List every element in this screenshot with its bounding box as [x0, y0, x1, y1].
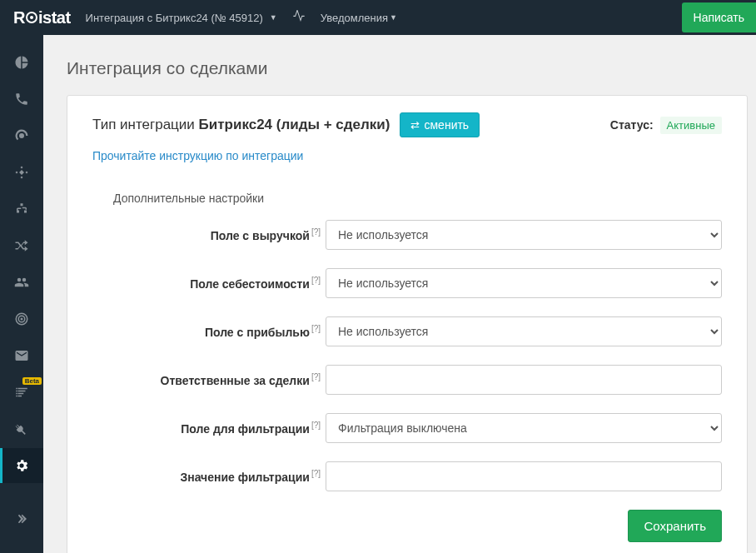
- row-responsible: Ответственные за сделки[?]: [92, 365, 722, 395]
- label-cost: Поле себестоимости[?]: [92, 276, 326, 291]
- sidebar-item-dashboard[interactable]: [0, 118, 43, 153]
- status-block: Статус: Активные: [610, 117, 722, 134]
- label-filter-value: Значение фильтрации[?]: [92, 469, 326, 484]
- sidebar-item-shuffle[interactable]: [0, 228, 43, 263]
- chevron-down-icon: ▼: [270, 13, 277, 22]
- row-filter-value: Значение фильтрации[?]: [92, 461, 722, 491]
- sidebar-item-cohort[interactable]: Beta: [0, 375, 43, 410]
- instruction-link[interactable]: Прочитайте инструкцию по интеграции: [92, 149, 303, 162]
- project-label: Интеграция с Битрикс24 (№ 45912): [86, 12, 263, 24]
- help-icon[interactable]: [?]: [311, 276, 321, 285]
- sidebar-item-settings[interactable]: [0, 448, 43, 483]
- logo-text-pre: R: [13, 8, 25, 27]
- change-button[interactable]: ⇄ сменить: [400, 112, 480, 137]
- sidebar-item-mail[interactable]: [0, 338, 43, 373]
- main-content: Интеграция со сделками Тип интеграции Би…: [43, 35, 756, 553]
- sidebar-item-calls[interactable]: [0, 82, 43, 117]
- top-header: R istat Интеграция с Битрикс24 (№ 45912)…: [0, 0, 756, 35]
- sidebar-item-plugin[interactable]: [0, 411, 43, 446]
- help-icon[interactable]: [?]: [311, 324, 321, 333]
- save-button[interactable]: Сохранить: [628, 510, 722, 542]
- row-profit: Поле с прибылью[?] Не используется: [92, 316, 722, 346]
- logo[interactable]: R istat: [13, 8, 71, 27]
- help-icon[interactable]: [?]: [311, 421, 321, 430]
- write-button[interactable]: Написать: [682, 2, 756, 32]
- select-cost[interactable]: Не используется: [326, 268, 722, 298]
- help-icon[interactable]: [?]: [311, 227, 321, 237]
- sidebar-item-sitemap[interactable]: [0, 192, 43, 227]
- project-selector[interactable]: Интеграция с Битрикс24 (№ 45912) ▼: [86, 12, 277, 24]
- select-filter-field[interactable]: Фильтрация выключена: [326, 413, 722, 443]
- page-title: Интеграция со сделками: [67, 58, 748, 78]
- sidebar-item-users[interactable]: [0, 265, 43, 300]
- sidebar-item-analytics[interactable]: [0, 45, 43, 80]
- form-actions: Сохранить: [92, 510, 722, 542]
- row-revenue: Поле с выручкой[?] Не используется: [92, 220, 722, 250]
- input-filter-value[interactable]: [326, 461, 722, 491]
- label-revenue: Поле с выручкой[?]: [92, 227, 326, 242]
- change-button-label: сменить: [424, 118, 469, 132]
- label-responsible: Ответственные за сделки[?]: [92, 372, 326, 387]
- panel-header: Тип интеграции Битрикс24 (лиды + сделки)…: [92, 112, 722, 137]
- integration-type: Тип интеграции Битрикс24 (лиды + сделки): [92, 117, 390, 133]
- logo-text-post: istat: [38, 8, 71, 27]
- status-badge: Активные: [660, 117, 722, 134]
- section-title: Дополнительные настройки: [113, 192, 722, 205]
- notifications-label: Уведомления: [321, 12, 388, 24]
- left-sidebar: Beta: [0, 35, 43, 553]
- integration-type-name: Битрикс24 (лиды + сделки): [199, 117, 390, 132]
- row-filter-field: Поле для фильтрации[?] Фильтрация выключ…: [92, 413, 722, 443]
- row-cost: Поле себестоимости[?] Не используется: [92, 268, 722, 298]
- logo-ring-icon: [26, 12, 37, 23]
- heartbeat-icon[interactable]: [292, 10, 306, 26]
- help-icon[interactable]: [?]: [311, 372, 321, 381]
- notifications-dropdown[interactable]: Уведомления ▼: [321, 12, 397, 24]
- beta-badge: Beta: [22, 377, 42, 385]
- label-filter-field: Поле для фильтрации[?]: [92, 421, 326, 436]
- status-label: Статус:: [610, 118, 654, 132]
- sidebar-item-target[interactable]: [0, 155, 43, 190]
- swap-icon: ⇄: [410, 119, 420, 132]
- integration-type-prefix: Тип интеграции: [92, 117, 199, 132]
- select-revenue[interactable]: Не используется: [326, 220, 722, 250]
- sidebar-item-bullseye[interactable]: [0, 301, 43, 336]
- help-icon[interactable]: [?]: [311, 469, 321, 478]
- sidebar-collapse-toggle[interactable]: [0, 501, 43, 536]
- input-responsible[interactable]: [326, 365, 722, 395]
- label-profit: Поле с прибылью[?]: [92, 324, 326, 339]
- select-profit[interactable]: Не используется: [326, 316, 722, 346]
- chevron-down-icon: ▼: [390, 13, 397, 22]
- integration-panel: Тип интеграции Битрикс24 (лиды + сделки)…: [67, 95, 748, 553]
